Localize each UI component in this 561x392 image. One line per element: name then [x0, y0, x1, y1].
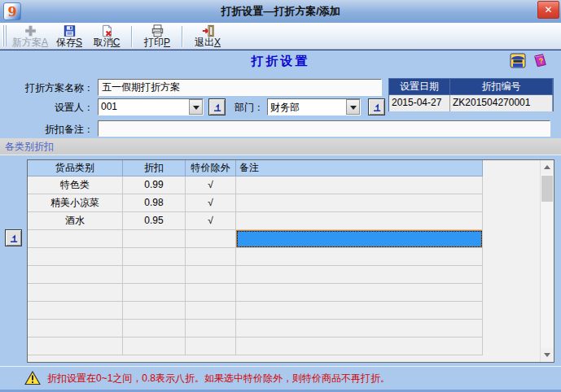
chevron-down-icon: [193, 106, 199, 113]
scroll-up-button[interactable]: [541, 160, 554, 174]
chevron-down-icon: [544, 353, 550, 360]
operator-icon[interactable]: [510, 53, 526, 68]
cell-discount[interactable]: [123, 302, 186, 320]
return-arrow-icon: [372, 102, 382, 112]
cell-category[interactable]: [28, 338, 123, 355]
cell-remark[interactable]: [236, 320, 483, 338]
warning-icon: [24, 371, 41, 385]
cell-remark[interactable]: [236, 338, 483, 355]
column-header-remark: 备注: [236, 160, 483, 176]
cell-remark[interactable]: [236, 284, 483, 302]
close-icon: ✕: [544, 4, 552, 15]
cell-remark[interactable]: [236, 230, 483, 248]
cell-category[interactable]: [28, 248, 123, 266]
cell-category[interactable]: [28, 320, 123, 338]
cell-remark[interactable]: [236, 266, 483, 284]
vertical-scrollbar[interactable]: [540, 160, 554, 362]
dialog-window: 打折设置—打折方案/添加 9 ✕ 新方案A: [0, 0, 561, 392]
cell-category[interactable]: [28, 230, 123, 248]
chevron-up-icon: [544, 162, 550, 169]
cell-remark[interactable]: [236, 212, 483, 230]
cell-remark[interactable]: [236, 194, 483, 212]
column-header-special-excluded: 特价除外: [186, 160, 236, 176]
cell-special[interactable]: [186, 284, 236, 302]
table-row[interactable]: [28, 248, 540, 266]
cell-special[interactable]: [186, 320, 236, 338]
save-floppy-icon: [63, 24, 77, 37]
toolbar: 新方案A 保存S 取消C: [0, 23, 561, 50]
table-row[interactable]: 特色类0.99√: [28, 176, 540, 194]
cell-category[interactable]: 精美小凉菜: [28, 194, 123, 212]
cell-category[interactable]: [28, 302, 123, 320]
info-code-value: ZK201504270001: [450, 95, 553, 111]
exit-button[interactable]: 退出X: [189, 24, 226, 49]
column-header-category: 货品类别: [28, 160, 123, 176]
cell-special[interactable]: [186, 302, 236, 320]
cell-discount[interactable]: 0.95: [123, 212, 186, 230]
cell-discount[interactable]: [123, 230, 186, 248]
cancel-button[interactable]: 取消C: [88, 24, 125, 49]
row-lookup-button[interactable]: [5, 229, 22, 246]
cell-special[interactable]: √: [186, 176, 236, 194]
cell-special[interactable]: √: [186, 194, 236, 212]
department-dropdown-button[interactable]: [346, 99, 360, 115]
status-message: 折扣设置在0~1之间，0.8表示八折。如果选中特价除外，则特价商品不再打折。: [47, 367, 390, 390]
table-row[interactable]: [28, 338, 540, 355]
setter-value: 001: [99, 99, 189, 115]
cell-discount[interactable]: [123, 248, 186, 266]
close-button[interactable]: ✕: [537, 1, 559, 19]
cell-discount[interactable]: [123, 266, 186, 284]
cell-special[interactable]: [186, 248, 236, 266]
setter-combobox[interactable]: 001: [98, 98, 204, 115]
cell-category[interactable]: 酒水: [28, 212, 123, 230]
cell-special[interactable]: [186, 230, 236, 248]
category-discount-grid: 货品类别 折扣 特价除外 备注 特色类0.99√精美小凉菜0.98√酒水0.95…: [27, 159, 554, 363]
category-section-bar: 各类别折扣: [0, 138, 561, 155]
help-book-icon[interactable]: ?: [532, 53, 548, 68]
cell-discount[interactable]: [123, 320, 186, 338]
scrollbar-thumb[interactable]: [541, 176, 553, 202]
new-plan-button: 新方案A: [10, 24, 50, 49]
grid-header-row: 货品类别 折扣 特价除外 备注: [28, 160, 483, 176]
plan-name-input[interactable]: [98, 79, 382, 96]
table-row[interactable]: [28, 302, 540, 320]
cell-special[interactable]: [186, 266, 236, 284]
cell-remark[interactable]: [236, 302, 483, 320]
department-lookup-button[interactable]: [368, 98, 385, 115]
page-title: 打折设置: [0, 54, 561, 69]
department-label: 部门：: [230, 101, 264, 115]
cell-remark[interactable]: [236, 248, 483, 266]
cell-discount[interactable]: [123, 284, 186, 302]
cell-discount[interactable]: 0.99: [123, 176, 186, 194]
table-row[interactable]: [28, 266, 540, 284]
cell-remark[interactable]: [236, 176, 483, 194]
cell-special[interactable]: [186, 338, 236, 355]
table-row[interactable]: 精美小凉菜0.98√: [28, 194, 540, 212]
save-button[interactable]: 保存S: [50, 24, 88, 49]
table-row[interactable]: 酒水0.95√: [28, 212, 540, 230]
department-combobox[interactable]: 财务部: [267, 98, 361, 115]
cell-category[interactable]: [28, 284, 123, 302]
return-arrow-icon: [213, 102, 222, 112]
table-row[interactable]: [28, 230, 540, 248]
toolbar-grip: [2, 25, 7, 46]
cell-category[interactable]: [28, 266, 123, 284]
table-row[interactable]: [28, 284, 540, 302]
cell-special[interactable]: √: [186, 212, 236, 230]
scroll-down-button[interactable]: [541, 348, 554, 362]
table-row[interactable]: [28, 320, 540, 338]
toolbar-separator: [182, 26, 183, 47]
cell-category[interactable]: 特色类: [28, 176, 123, 194]
setter-dropdown-button[interactable]: [189, 99, 203, 115]
remark-input[interactable]: [98, 120, 550, 137]
cancel-doc-icon: [100, 24, 114, 37]
setter-lookup-button[interactable]: [208, 98, 226, 115]
remark-label: 折扣备注：: [24, 123, 94, 137]
print-button[interactable]: 打印P: [138, 24, 176, 49]
plan-name-label: 打折方案名称：: [8, 81, 94, 95]
cell-discount[interactable]: [123, 338, 186, 355]
new-plan-plus-icon: [24, 24, 37, 37]
cell-discount[interactable]: 0.98: [123, 194, 186, 212]
print-icon: [151, 24, 164, 37]
department-value: 财务部: [268, 99, 346, 115]
